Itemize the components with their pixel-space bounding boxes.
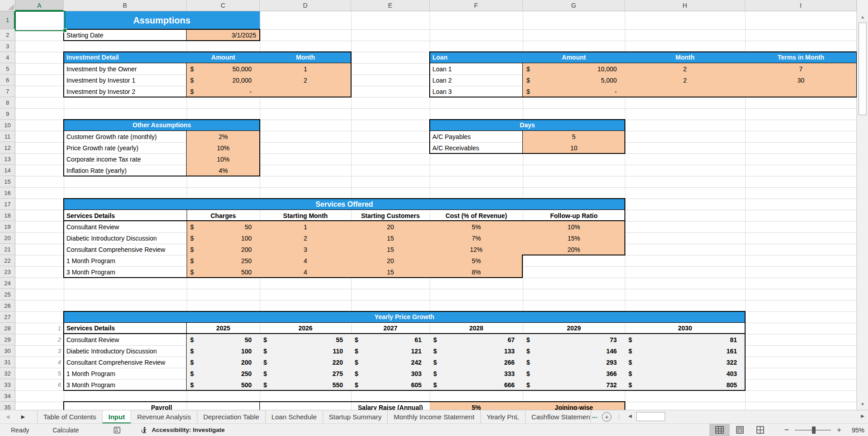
services-header-starting-month[interactable]: Starting Month [260, 210, 351, 221]
column-header-F[interactable]: F [430, 0, 523, 11]
row-header-9[interactable]: 9 [0, 108, 15, 120]
cell-loan-terms[interactable] [745, 86, 857, 97]
cell-service-start-month[interactable]: 1 [260, 221, 351, 232]
cell-price-value[interactable]: $732 [523, 379, 625, 390]
cell-service-charge[interactable]: $250 [187, 255, 260, 266]
cell-service-charge[interactable]: $500 [187, 266, 260, 278]
fill-handle[interactable] [63, 28, 67, 32]
cell-service-followup[interactable]: 15% [523, 232, 625, 244]
macro-record-icon[interactable] [113, 427, 121, 434]
loan-month-header[interactable]: Month [625, 52, 745, 63]
row-header-19[interactable]: 19 [0, 221, 15, 232]
cell-service-label[interactable]: Diabetic Introductory Discussion [64, 232, 187, 244]
cell-service-start-month[interactable]: 2 [260, 232, 351, 244]
price-growth-title[interactable]: Yearly Price Growth [64, 311, 745, 323]
sheet-tab-yearly-pnl[interactable]: Yearly PnL [481, 410, 525, 423]
select-all-corner[interactable] [0, 0, 15, 11]
loan-title[interactable]: Loan [430, 52, 523, 63]
tabs-nav-left-icon[interactable]: ◀ [0, 410, 15, 423]
cell-investment-label[interactable]: Investment by Investor 1 [64, 74, 187, 86]
row-header-35[interactable]: 35 [0, 402, 15, 410]
cell-price-label[interactable]: Consultant Review [64, 334, 187, 345]
cell-service-start-customers[interactable]: 20 [351, 221, 430, 232]
cell-assumption-value[interactable]: 4% [187, 165, 260, 176]
row-header-32[interactable]: 32 [0, 368, 15, 379]
price-growth-header-details[interactable]: Services Details [64, 323, 187, 334]
horizontal-scrollbar-thumb[interactable] [636, 412, 665, 421]
cell-price-value[interactable]: $550 [260, 379, 351, 390]
cell-service-start-customers[interactable]: 15 [351, 232, 430, 244]
cell-assumption-label[interactable]: Price Growth rate (yearly) [64, 142, 187, 153]
row-header-23[interactable]: 23 [0, 266, 15, 278]
cell-price-value[interactable]: $275 [260, 368, 351, 379]
cell-price-value[interactable]: $220 [260, 357, 351, 368]
payroll-salary-raise-value[interactable]: 5% [430, 402, 523, 410]
cell-loan-label[interactable]: Loan 1 [430, 63, 523, 74]
cell-price-value[interactable]: $55 [260, 334, 351, 345]
row-header-13[interactable]: 13 [0, 153, 15, 165]
sheet-tab-startup-summary[interactable]: Startup Summary [323, 410, 388, 423]
cell-days-value[interactable]: 5 [523, 131, 625, 142]
row-header-4[interactable]: 4 [0, 52, 15, 63]
payroll-salary-raise-label[interactable]: Salary Raise (Annual) [351, 402, 430, 410]
sheet-tab-input[interactable]: Input [103, 410, 131, 423]
tabbar-splitter-icon[interactable]: ⋮ [616, 410, 622, 423]
services-header-charges[interactable]: Charges [187, 210, 260, 221]
row-header-24[interactable]: 24 [0, 278, 15, 289]
cell-investment-amount[interactable]: $20,000 [187, 74, 260, 86]
services-header-details[interactable]: Services Details [64, 210, 187, 221]
cell-starting-date-label[interactable]: Starting Date [64, 29, 187, 41]
row-header-22[interactable]: 22 [0, 255, 15, 266]
vertical-scrollbar[interactable]: ▲ ▼ [857, 0, 868, 410]
row-header-8[interactable]: 8 [0, 97, 15, 108]
cell-days-label[interactable]: A/C Receivables [430, 142, 523, 153]
accessibility-icon[interactable] [141, 426, 149, 434]
row-header-28[interactable]: 28 [0, 323, 15, 334]
new-sheet-button[interactable]: + [602, 412, 611, 422]
investment-month-header[interactable]: Month [260, 52, 351, 63]
row-header-34[interactable]: 34 [0, 390, 15, 402]
cell-price-value[interactable]: $333 [430, 368, 523, 379]
row-header-14[interactable]: 14 [0, 165, 15, 176]
services-header-starting-customers[interactable]: Starting Customers [351, 210, 430, 221]
assumptions-title-cell[interactable]: Assumptions [64, 11, 260, 29]
cell-service-start-month[interactable]: 4 [260, 266, 351, 278]
cell-price-value[interactable]: $67 [430, 334, 523, 345]
column-header-B[interactable]: B [64, 0, 187, 11]
cell-price-value[interactable]: $293 [523, 357, 625, 368]
days-title[interactable]: Days [430, 120, 625, 131]
cell-price-value[interactable]: $200 [187, 357, 260, 368]
cell-assumption-value[interactable]: 10% [187, 153, 260, 165]
cell-service-followup[interactable]: 20% [523, 244, 625, 255]
price-growth-year-header[interactable]: 2030 [625, 323, 745, 334]
zoom-level[interactable]: 95% [845, 427, 864, 434]
column-header-H[interactable]: H [625, 0, 745, 11]
cell-service-charge[interactable]: $100 [187, 232, 260, 244]
row-header-29[interactable]: 29 [0, 334, 15, 345]
selected-cell-a1[interactable] [15, 11, 66, 31]
row-header-7[interactable]: 7 [0, 86, 15, 97]
cell-investment-label[interactable]: Investment by Investor 2 [64, 86, 187, 97]
column-header-E[interactable]: E [351, 0, 430, 11]
cell-service-charge[interactable]: $50 [187, 221, 260, 232]
cell-price-value[interactable]: $121 [351, 345, 430, 357]
cell-assumption-label[interactable]: Inflation Rate (yearly) [64, 165, 187, 176]
row-header-3[interactable]: 3 [0, 41, 15, 52]
cell-service-label[interactable]: 3 Month Program [64, 266, 187, 278]
view-page-layout-button[interactable] [730, 424, 750, 436]
cell-loan-amount[interactable]: $5,000 [523, 74, 625, 86]
accessibility-status[interactable]: Accessibility: Investigate [152, 427, 225, 433]
column-header-C[interactable]: C [187, 0, 260, 11]
cell-investment-month[interactable]: 2 [260, 74, 351, 86]
cell-investment-amount[interactable]: $- [187, 86, 260, 97]
cell-service-cost[interactable]: 5% [430, 255, 523, 266]
cell-investment-amount[interactable]: $50,000 [187, 63, 260, 74]
column-header-A[interactable]: A [15, 0, 64, 11]
column-header-G[interactable]: G [523, 0, 625, 11]
row-header-20[interactable]: 20 [0, 232, 15, 244]
cell-price-value[interactable]: $73 [523, 334, 625, 345]
cell-service-start-customers[interactable]: 20 [351, 255, 430, 266]
loan-terms-header[interactable]: Terms in Month [745, 52, 857, 63]
loan-amount-header[interactable]: Amount [523, 52, 625, 63]
cell-price-value[interactable]: $805 [625, 379, 745, 390]
